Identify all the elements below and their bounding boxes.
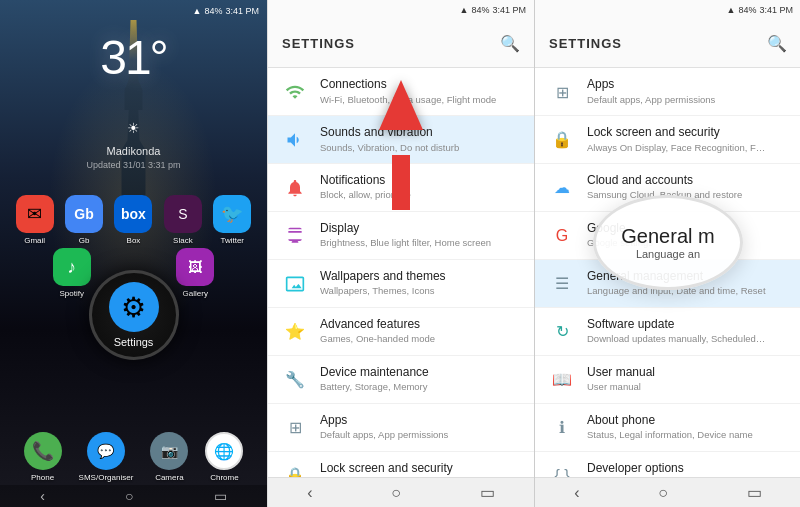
time-display: 3:41 PM: [225, 6, 259, 16]
home-apps-row: ✉ Gmail Gb Gb box Box S Slack 🐦 Twitter: [0, 195, 267, 245]
slack-label: Slack: [173, 236, 193, 245]
app-box[interactable]: box Box: [114, 195, 152, 245]
notifications-sub: Block, allow, prioritise: [320, 189, 500, 201]
spotify-icon: ♪: [53, 248, 91, 286]
app-twitter[interactable]: 🐦 Twitter: [213, 195, 251, 245]
battery-3: 84%: [738, 5, 756, 15]
phone-label: Phone: [31, 473, 54, 482]
recents-2[interactable]: ▭: [480, 483, 495, 502]
signal-icon: ▲: [193, 6, 202, 16]
phone-icon: 📞: [24, 432, 62, 470]
twitter-icon: 🐦: [213, 195, 251, 233]
gallery-label: Gallery: [183, 289, 208, 298]
settings-apps-3[interactable]: ⊞ Apps Default apps, App permissions: [535, 68, 800, 116]
dock-camera[interactable]: 📷 Camera: [150, 432, 188, 482]
advanced-sub: Games, One-handed mode: [320, 333, 500, 345]
arrow-stem: [392, 155, 410, 210]
manual-text: User manual User manual: [587, 365, 787, 394]
chrome-label: Chrome: [210, 473, 238, 482]
manual-sub: User manual: [587, 381, 767, 393]
gb-label: Gb: [79, 236, 90, 245]
home-button[interactable]: ○: [125, 488, 133, 504]
back-3[interactable]: ‹: [574, 484, 579, 502]
settings-wallpapers[interactable]: Wallpapers and themes Wallpapers, Themes…: [268, 260, 534, 308]
settings-device[interactable]: 🔧 Device maintenance Battery, Storage, M…: [268, 356, 534, 404]
settings-apps-2[interactable]: ⊞ Apps Default apps, App permissions: [268, 404, 534, 452]
home-3[interactable]: ○: [658, 484, 668, 502]
software-title: Software update: [587, 317, 787, 333]
app-spotify[interactable]: ♪ Spotify: [53, 248, 91, 298]
settings-app-circle[interactable]: ⚙ Settings: [89, 270, 179, 360]
about-title: About phone: [587, 413, 787, 429]
apps-title-2: Apps: [320, 413, 520, 429]
home-weather: ☀: [0, 120, 267, 136]
device-icon: 🔧: [282, 367, 308, 393]
circle-sub-text: Language an: [636, 248, 700, 260]
lock-title-3: Lock screen and security: [587, 125, 787, 141]
developer-title: Developer options: [587, 461, 787, 477]
back-2[interactable]: ‹: [307, 484, 312, 502]
settings-about[interactable]: ℹ About phone Status, Legal information,…: [535, 404, 800, 452]
recents-3[interactable]: ▭: [747, 483, 762, 502]
settings-software[interactable]: ↻ Software update Download updates manua…: [535, 308, 800, 356]
notifications-text: Notifications Block, allow, prioritise: [320, 173, 520, 202]
app-slack[interactable]: S Slack: [164, 195, 202, 245]
navbar-2: ‹ ○ ▭: [268, 477, 534, 507]
about-text: About phone Status, Legal information, D…: [587, 413, 787, 442]
navbar-3: ‹ ○ ▭: [535, 477, 800, 507]
software-text: Software update Download updates manuall…: [587, 317, 787, 346]
lock-text-3: Lock screen and security Always On Displ…: [587, 125, 787, 154]
weather-icon: ☀: [127, 120, 140, 136]
settings-advanced[interactable]: ⭐ Advanced features Games, One-handed mo…: [268, 308, 534, 356]
about-sub: Status, Legal information, Device name: [587, 429, 767, 441]
dock-sms[interactable]: 💬 SMS/Organiser: [79, 432, 134, 482]
arrow-head: [379, 80, 423, 130]
apps-text-3: Apps Default apps, App permissions: [587, 77, 787, 106]
gmail-icon: ✉: [16, 195, 54, 233]
settings-developer[interactable]: { } Developer options Developer options: [535, 452, 800, 478]
notifications-title: Notifications: [320, 173, 520, 189]
circle-main-text: General m: [621, 225, 714, 248]
app-gallery[interactable]: 🖼 Gallery: [176, 248, 214, 298]
recents-button[interactable]: ▭: [214, 488, 227, 504]
status-bar-3: ▲ 84% 3:41 PM: [535, 0, 800, 20]
dock-phone[interactable]: 📞 Phone: [24, 432, 62, 482]
home-2[interactable]: ○: [391, 484, 401, 502]
camera-label: Camera: [155, 473, 183, 482]
settings-header-2: SETTINGS 🔍: [268, 20, 534, 68]
time-3: 3:41 PM: [759, 5, 793, 15]
lock-sub-3: Always On Display, Face Recognition, Fin…: [587, 142, 767, 154]
gallery-icon: 🖼: [176, 248, 214, 286]
twitter-label: Twitter: [220, 236, 244, 245]
settings-display[interactable]: Display Brightness, Blue light filter, H…: [268, 212, 534, 260]
time-2: 3:41 PM: [492, 5, 526, 15]
red-arrow-overlay: [379, 80, 423, 130]
google-icon: G: [549, 223, 575, 249]
home-screen: ▲ 84% 3:41 PM 31° ☀ Madikonda Updated 31…: [0, 0, 267, 507]
battery-2: 84%: [471, 5, 489, 15]
general-icon: ☰: [549, 271, 575, 297]
sounds-sub: Sounds, Vibration, Do not disturb: [320, 142, 500, 154]
advanced-title: Advanced features: [320, 317, 520, 333]
app-gb[interactable]: Gb Gb: [65, 195, 103, 245]
dock-chrome[interactable]: 🌐 Chrome: [205, 432, 243, 482]
search-icon-3[interactable]: 🔍: [767, 34, 787, 53]
settings-title-2: SETTINGS: [282, 36, 355, 51]
apps-title-3: Apps: [587, 77, 787, 93]
settings-panel-2: ▲ 84% 3:41 PM SETTINGS 🔍 Connections Wi-…: [267, 0, 534, 507]
settings-lock-2[interactable]: 🔒 Lock screen and security Always On Dis…: [268, 452, 534, 478]
notifications-icon: [282, 175, 308, 201]
settings-lock-3[interactable]: 🔒 Lock screen and security Always On Dis…: [535, 116, 800, 164]
back-button[interactable]: ‹: [40, 488, 45, 504]
advanced-text: Advanced features Games, One-handed mode: [320, 317, 520, 346]
lock-title-2: Lock screen and security: [320, 461, 520, 477]
signal-2: ▲: [460, 5, 469, 15]
sounds-icon: [282, 127, 308, 153]
settings-manual[interactable]: 📖 User manual User manual: [535, 356, 800, 404]
app-gmail[interactable]: ✉ Gmail: [16, 195, 54, 245]
display-icon: [282, 223, 308, 249]
manual-icon: 📖: [549, 367, 575, 393]
search-icon-2[interactable]: 🔍: [500, 34, 520, 53]
home-location: Madikonda: [0, 145, 267, 157]
wallpapers-title: Wallpapers and themes: [320, 269, 520, 285]
